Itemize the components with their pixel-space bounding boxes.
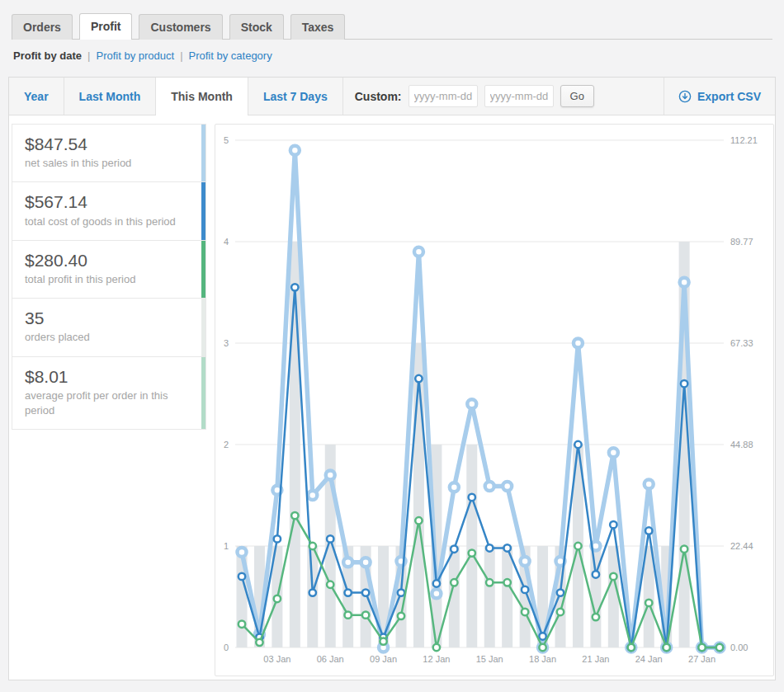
date-from-input[interactable] — [409, 85, 478, 107]
tab-orders[interactable]: Orders — [12, 14, 73, 40]
y-axis-right-tick: 67.33 — [730, 338, 753, 348]
x-axis-tick: 24 Jan — [635, 654, 663, 664]
tab-customers[interactable]: Customers — [139, 14, 222, 40]
subnav-profit-by-category[interactable]: Profit by category — [189, 49, 272, 62]
subnav-separator: | — [87, 49, 90, 62]
stat-value: $567.14 — [25, 191, 189, 212]
x-axis-tick: 15 Jan — [476, 654, 503, 664]
stat-value: $8.01 — [25, 366, 189, 387]
y-axis-left-tick: 2 — [224, 440, 229, 450]
subnav-profit-by-product[interactable]: Profit by product — [96, 49, 174, 62]
y-axis-left-tick: 0 — [224, 643, 229, 652]
x-axis-tick: 06 Jan — [317, 654, 344, 664]
tab-stock[interactable]: Stock — [229, 14, 284, 40]
stat-color-strip — [201, 182, 205, 239]
stat-value: $847.54 — [25, 134, 189, 154]
range-tabs-container: YearLast MonthThis MonthLast 7 Days — [9, 78, 343, 115]
range-tab-this-month[interactable]: This Month — [156, 78, 248, 115]
x-axis-tick: 27 Jan — [688, 654, 716, 664]
stat-color-strip — [201, 299, 205, 355]
y-axis-left-tick: 5 — [224, 135, 229, 145]
y-axis-right-tick: 22.44 — [730, 541, 753, 551]
date-range-bar: YearLast MonthThis MonthLast 7 Days Cust… — [9, 78, 775, 115]
export-csv-button[interactable]: Export CSV — [664, 78, 775, 115]
profit-report-page: { "nav_tabs": { "items": [ {"label": "Or… — [0, 0, 784, 692]
tab-profit[interactable]: Profit — [79, 13, 133, 40]
custom-range-section: Custom: Go — [343, 78, 606, 115]
stat-color-strip — [201, 357, 205, 430]
range-tab-year[interactable]: Year — [9, 78, 64, 115]
stat-net-sales-in-this-period: $847.54net sales in this period — [12, 124, 206, 182]
subnav-profit-by-date: Profit by date — [13, 49, 82, 62]
stat-label: total cost of goods in this period — [25, 214, 189, 229]
go-button[interactable]: Go — [560, 85, 594, 107]
x-axis-tick: 09 Jan — [370, 654, 397, 664]
profit-line-chart[interactable]: 00.00122.44244.88367.33489.775112.2103 J… — [215, 125, 773, 676]
stat-value: 35 — [25, 308, 189, 328]
stat-label: total profit in this period — [25, 272, 189, 287]
custom-range-label: Custom: — [355, 90, 402, 103]
y-axis-right-tick: 112.21 — [730, 135, 758, 145]
tab-taxes[interactable]: Taxes — [290, 14, 346, 40]
stat-total-cost-of-goods-in-this-period: $567.14total cost of goods in this perio… — [12, 182, 206, 240]
subnav-separator: | — [180, 49, 182, 62]
stat-label: net sales in this period — [25, 156, 189, 171]
y-axis-right-tick: 0.00 — [730, 643, 748, 652]
y-axis-left-tick: 1 — [224, 541, 229, 551]
stat-average-profit-per-order-in-this-period: $8.01average profit per order in this pe… — [12, 357, 206, 431]
y-axis-left-tick: 3 — [224, 338, 229, 348]
stat-orders-placed: 35orders placed — [12, 299, 206, 356]
report-nav-tabs: OrdersProfitCustomersStockTaxes — [12, 12, 772, 40]
range-tab-last-7-days[interactable]: Last 7 Days — [248, 78, 343, 115]
stat-label: orders placed — [25, 330, 189, 345]
stat-color-strip — [201, 125, 205, 181]
stat-total-profit-in-this-period: $280.40total profit in this period — [12, 241, 206, 299]
stats-sidebar: $847.54net sales in this period$567.14to… — [12, 124, 206, 430]
stat-color-strip — [201, 241, 205, 298]
y-axis-right-tick: 89.77 — [730, 237, 753, 247]
x-axis-tick: 03 Jan — [263, 654, 290, 664]
stat-label: average profit per order in this period — [25, 388, 189, 418]
x-axis-tick: 18 Jan — [529, 654, 556, 664]
y-axis-left-tick: 4 — [224, 237, 229, 247]
download-circle-icon — [678, 90, 692, 103]
profit-subnav: Profit by date|Profit by product|Profit … — [13, 49, 272, 62]
y-axis-right-tick: 44.88 — [730, 440, 753, 450]
range-tab-last-month[interactable]: Last Month — [64, 78, 157, 115]
profit-chart-panel[interactable]: 00.00122.44244.88367.33489.775112.2103 J… — [215, 124, 774, 676]
date-to-input[interactable] — [484, 85, 554, 107]
export-csv-label: Export CSV — [697, 90, 761, 103]
stat-value: $280.40 — [25, 250, 189, 271]
x-axis-tick: 12 Jan — [423, 654, 450, 664]
x-axis-tick: 21 Jan — [582, 654, 609, 664]
